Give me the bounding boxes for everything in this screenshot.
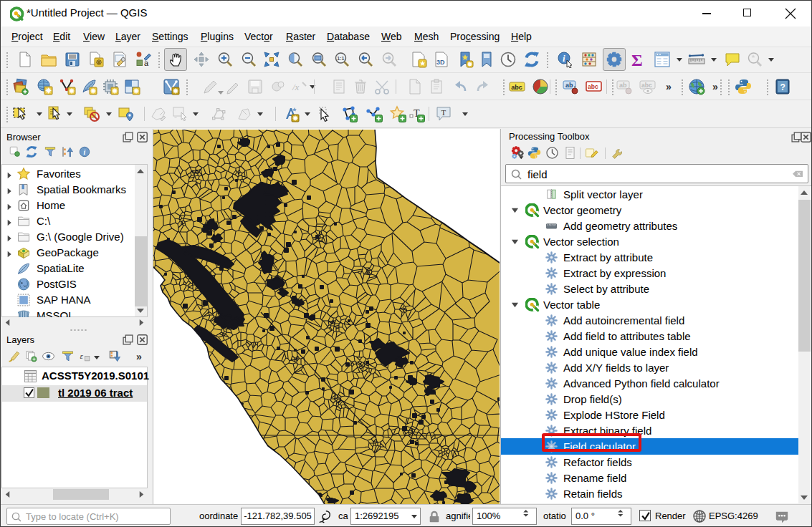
svg-text:ε: ε [80, 352, 83, 360]
svg-text:»: » [666, 81, 672, 92]
svg-text:/x: /x [292, 82, 300, 92]
svg-text:a: a [144, 59, 149, 67]
svg-text:»: » [712, 81, 718, 92]
svg-text:abc: abc [511, 84, 522, 91]
svg-text:?: ? [780, 82, 785, 92]
svg-text:T: T [441, 108, 446, 117]
svg-text:1:1: 1:1 [337, 56, 344, 61]
svg-text:i: i [563, 53, 565, 64]
svg-text:i: i [84, 148, 86, 156]
svg-text:abc: abc [641, 82, 652, 89]
svg-text:abc: abc [588, 83, 598, 90]
svg-text:ab: ab [619, 82, 627, 89]
svg-text:3D: 3D [436, 59, 445, 66]
svg-text:ab: ab [565, 82, 573, 89]
svg-text:Σ: Σ [631, 51, 643, 68]
